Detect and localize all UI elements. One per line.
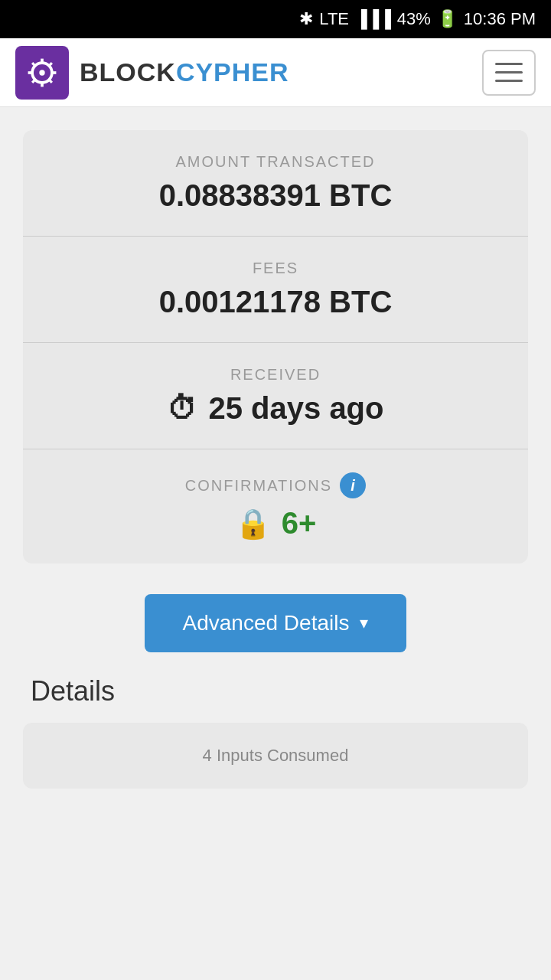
confirmations-label-row: CONFIRMATIONS i xyxy=(185,472,366,498)
info-icon[interactable]: i xyxy=(340,472,366,498)
bluetooth-icon: ✱ xyxy=(299,9,313,29)
signal-bars-icon: ▐▐▐ xyxy=(355,9,391,29)
amount-transacted-row: AMOUNT TRANSACTED 0.08838391 BTC xyxy=(23,130,528,237)
received-value: ⏱ 25 days ago xyxy=(54,391,497,426)
main-content: AMOUNT TRANSACTED 0.08838391 BTC FEES 0.… xyxy=(0,107,551,804)
transaction-card: AMOUNT TRANSACTED 0.08838391 BTC FEES 0.… xyxy=(23,130,528,564)
confirmations-content: CONFIRMATIONS i 🔒 6+ xyxy=(54,472,497,541)
confirmations-count: 6+ xyxy=(282,506,317,541)
lock-icon: 🔒 xyxy=(235,507,271,541)
logo-icon xyxy=(15,46,69,100)
received-label: RECEIVED xyxy=(54,366,497,384)
amount-value: 0.08838391 BTC xyxy=(54,178,497,213)
lte-indicator: LTE xyxy=(319,9,349,29)
details-section: Details 4 Inputs Consumed xyxy=(23,675,528,789)
svg-line-6 xyxy=(32,63,35,66)
logo: BLOCKCYPHER xyxy=(15,46,289,100)
svg-line-8 xyxy=(49,63,52,66)
hamburger-line-3 xyxy=(495,80,523,82)
confirmations-label: CONFIRMATIONS xyxy=(185,477,332,495)
logo-block-text: BLOCK xyxy=(80,57,176,87)
amount-label: AMOUNT TRANSACTED xyxy=(54,153,497,171)
fees-value: 0.00121178 BTC xyxy=(54,285,497,319)
received-time-text: 25 days ago xyxy=(208,391,383,426)
hamburger-menu-button[interactable] xyxy=(482,50,536,96)
logo-svg xyxy=(24,55,60,90)
caret-icon: ▾ xyxy=(360,613,368,633)
status-bar: ✱ LTE ▐▐▐ 43% 🔋 10:36 PM xyxy=(0,0,551,38)
logo-cypher-text: CYPHER xyxy=(176,57,289,87)
confirmations-row: CONFIRMATIONS i 🔒 6+ xyxy=(23,449,528,564)
inputs-consumed-label: 4 Inputs Consumed xyxy=(54,746,497,766)
advanced-details-section: Advanced Details ▾ xyxy=(23,594,528,652)
svg-line-7 xyxy=(49,80,52,83)
advanced-details-button[interactable]: Advanced Details ▾ xyxy=(145,594,407,652)
details-card: 4 Inputs Consumed xyxy=(23,723,528,789)
battery-indicator: 43% xyxy=(397,9,431,29)
hamburger-line-1 xyxy=(495,63,523,65)
fees-row: FEES 0.00121178 BTC xyxy=(23,237,528,343)
fees-label: FEES xyxy=(54,260,497,277)
details-title: Details xyxy=(23,675,528,707)
battery-icon: 🔋 xyxy=(437,9,458,29)
time-display: 10:36 PM xyxy=(464,9,536,29)
svg-line-9 xyxy=(32,80,35,83)
svg-point-1 xyxy=(39,70,44,75)
received-row: RECEIVED ⏱ 25 days ago xyxy=(23,343,528,449)
navbar: BLOCKCYPHER xyxy=(0,38,551,107)
clock-icon: ⏱ xyxy=(167,391,197,426)
logo-wordmark: BLOCKCYPHER xyxy=(80,57,289,87)
advanced-details-label: Advanced Details xyxy=(183,611,350,635)
status-icons: ✱ LTE ▐▐▐ 43% 🔋 10:36 PM xyxy=(299,9,536,29)
confirmations-value: 🔒 6+ xyxy=(235,506,317,541)
hamburger-line-2 xyxy=(495,71,523,74)
